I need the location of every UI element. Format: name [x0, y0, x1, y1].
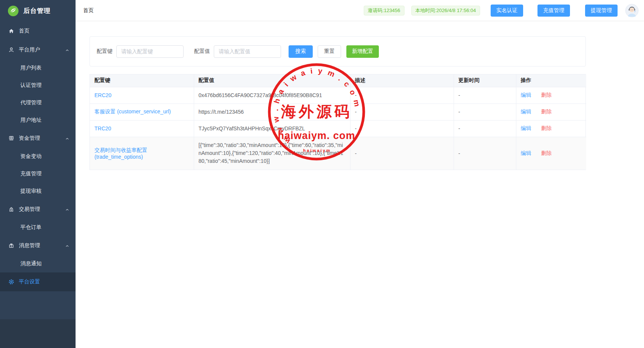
recharge-management-button[interactable]: 充值管理: [537, 5, 570, 17]
breadcrumb: 首页: [83, 7, 94, 14]
sidebar-item-label: 用户地址: [20, 117, 42, 124]
app-logo-icon: [8, 5, 19, 17]
sidebar-item-agent-management[interactable]: 代理管理: [0, 94, 76, 111]
col-actions: 操作: [516, 74, 586, 87]
sidebar-group-trade[interactable]: 交易管理: [0, 200, 76, 219]
sidebar-item-label: 消息通知: [20, 260, 42, 267]
config-value-cell: 0x476bd6156C4FA90C7327a9fBc04f0f85E90B8C…: [199, 91, 346, 99]
config-value-label: 配置值: [194, 48, 210, 55]
sidebar-item-position-orders[interactable]: 平仓订单: [0, 219, 76, 236]
main-content: 配置键 配置值 搜索 重置 新增配置 配置键 配置值 描述 更: [76, 22, 644, 348]
table-row: ERC20 0x476bd6156C4FA90C7327a9fBc04f0f85…: [90, 87, 586, 104]
filter-card: 配置键 配置值 搜索 重置 新增配置: [90, 36, 586, 67]
app-title: 后台管理: [23, 6, 51, 15]
sidebar-item-label: 充值管理: [20, 170, 42, 177]
col-updated-time: 更新时间: [454, 74, 516, 87]
edit-link[interactable]: 编辑: [521, 108, 531, 114]
delete-link[interactable]: 删除: [541, 92, 551, 98]
sidebar-footer: [0, 319, 76, 348]
local-time-badge: 本地时间:2026/4/8 17:56:04: [411, 6, 480, 15]
chevron-up-icon: [65, 243, 69, 248]
delete-link[interactable]: 删除: [541, 108, 551, 114]
sidebar-group-funds[interactable]: 资金管理: [0, 129, 76, 148]
user-icon: [8, 47, 14, 53]
edit-link[interactable]: 编辑: [521, 125, 531, 131]
table-row: TRC20 TJyc5PxQ7YafSh3tAHPHnSqxcCmyDRFBZL…: [90, 120, 586, 137]
config-value-input[interactable]: [214, 45, 281, 58]
sidebar-item-user-list[interactable]: 用户列表: [0, 59, 76, 77]
home-icon: [8, 28, 14, 34]
invite-code-badge: 邀请码:123456: [364, 6, 405, 15]
description-cell: -: [355, 150, 357, 156]
config-key-label: 配置键: [97, 48, 113, 55]
withdraw-management-button[interactable]: 提现管理: [585, 5, 618, 17]
config-value-cell: TJyc5PxQ7YafSh3tAHPHnSqxcCmyDRFBZL: [199, 125, 346, 133]
sidebar-item-label: 消息管理: [19, 242, 40, 249]
config-value-cell: [{"time":30,"ratio":30,"minAmount":10},{…: [199, 141, 346, 165]
chevron-up-icon: [65, 48, 69, 52]
user-avatar[interactable]: [625, 4, 639, 17]
table-row: 客服设置 (customer_service_url) https://t.me…: [90, 104, 586, 120]
updated-time-cell: -: [459, 109, 460, 115]
chevron-up-icon: [65, 136, 69, 141]
config-key-link[interactable]: 交易时间与收益率配置 (trade_time_options): [94, 147, 147, 160]
bag-arrow-icon: [8, 206, 14, 212]
sidebar-item-message-notify[interactable]: 消息通知: [0, 255, 76, 272]
sidebar-item-label: 首页: [19, 28, 29, 34]
sidebar-item-auth-management[interactable]: 认证管理: [0, 77, 76, 94]
sidebar-item-label: 用户列表: [20, 65, 42, 71]
topbar-right: 邀请码:123456 本地时间:2026/4/8 17:56:04 实名认证 充…: [364, 4, 639, 17]
realname-auth-button[interactable]: 实名认证: [491, 5, 523, 17]
sidebar-menu: 首页 平台用户 用户列表 认证管理 代理管理: [0, 22, 76, 291]
sidebar-item-label: 平台设置: [19, 278, 40, 285]
search-button[interactable]: 搜索: [289, 45, 313, 58]
edit-link[interactable]: 编辑: [521, 150, 531, 156]
topbar: 首页 邀请码:123456 本地时间:2026/4/8 17:56:04 实名认…: [76, 0, 644, 21]
config-key-input[interactable]: [116, 45, 184, 58]
gear-icon: [8, 279, 14, 285]
sidebar-item-label: 认证管理: [20, 82, 42, 89]
sidebar-item-platform-settings[interactable]: 平台设置: [0, 272, 76, 291]
app-root: 后台管理 首页 平台用户 用户列表: [0, 0, 644, 348]
logo-row: 后台管理: [0, 0, 76, 22]
sidebar-item-label: 资金变动: [20, 153, 42, 160]
col-config-key: 配置键: [90, 74, 194, 87]
chevron-up-icon: [65, 207, 69, 212]
sidebar-item-label: 提现审核: [20, 188, 42, 195]
sidebar-item-label: 资金管理: [19, 135, 40, 142]
config-key-link[interactable]: TRC20: [94, 125, 111, 131]
sidebar-item-fund-changes[interactable]: 资金变动: [0, 148, 76, 165]
col-description: 描述: [350, 74, 454, 87]
updated-time-cell: -: [459, 150, 460, 156]
config-key-link[interactable]: 客服设置 (customer_service_url): [94, 108, 171, 114]
sidebar-item-withdraw-review[interactable]: 提现审核: [0, 183, 76, 200]
updated-time-cell: -: [459, 92, 460, 98]
delete-link[interactable]: 删除: [541, 125, 551, 131]
config-table: 配置键 配置值 描述 更新时间 操作 ERC20 0x476bd6156C4FA…: [90, 74, 586, 170]
col-config-value: 配置值: [194, 74, 350, 87]
reset-button[interactable]: 重置: [318, 45, 341, 58]
table-row: 交易时间与收益率配置 (trade_time_options) [{"time"…: [90, 137, 586, 170]
sidebar-item-home[interactable]: 首页: [0, 22, 76, 40]
add-config-button[interactable]: 新增配置: [346, 45, 379, 58]
sidebar-group-platform-users[interactable]: 平台用户: [0, 40, 76, 59]
sidebar-group-messages[interactable]: 消息管理: [0, 236, 76, 255]
edit-link[interactable]: 编辑: [521, 92, 531, 98]
sidebar-item-label: 交易管理: [19, 206, 40, 213]
sidebar-item-label: 平台用户: [19, 46, 40, 53]
sidebar-item-user-address[interactable]: 用户地址: [0, 111, 76, 129]
sidebar-item-label: 代理管理: [20, 99, 42, 106]
description-cell: -: [355, 109, 357, 115]
description-cell: -: [355, 125, 357, 131]
config-key-link[interactable]: ERC20: [94, 92, 111, 98]
table-header-row: 配置键 配置值 描述 更新时间 操作: [90, 74, 586, 87]
config-value-cell: https://t.me/123456: [199, 108, 346, 116]
sidebar-item-recharge-management[interactable]: 充值管理: [0, 165, 76, 183]
delete-link[interactable]: 删除: [541, 150, 551, 156]
description-cell: -: [355, 92, 357, 98]
gift-icon: [8, 243, 14, 249]
funds-icon: [8, 135, 14, 141]
sidebar: 后台管理 首页 平台用户 用户列表: [0, 0, 76, 348]
updated-time-cell: -: [459, 125, 460, 131]
sidebar-item-label: 平仓订单: [20, 224, 42, 231]
